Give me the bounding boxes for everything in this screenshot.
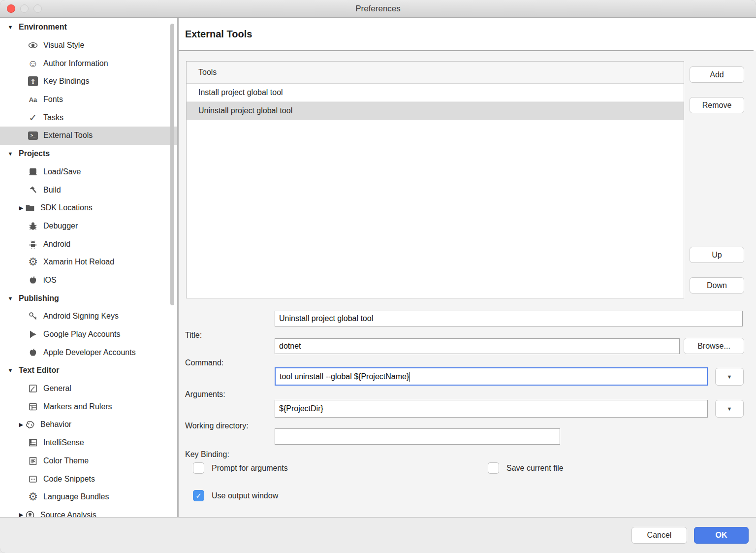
sidebar-item-language-bundles[interactable]: ⚙Language Bundles (0, 488, 177, 506)
sidebar-item-load-save[interactable]: Load/Save (0, 163, 177, 181)
browse-button[interactable]: Browse... (684, 338, 744, 354)
sidebar-item-label: Google Play Accounts (43, 330, 121, 339)
analysis-icon (25, 510, 35, 517)
sidebar-item-android-signing-keys[interactable]: Android Signing Keys (0, 307, 177, 325)
sidebar-item-markers-and-rulers[interactable]: Markers and Rulers (0, 397, 177, 416)
chevron-down-icon: ▼ (727, 406, 732, 412)
sidebar-item-label: Tasks (43, 113, 63, 122)
checked-checkbox[interactable]: ✓ (193, 490, 204, 501)
chevron-expanded-icon: ▼ (7, 295, 14, 301)
unchecked-checkbox[interactable] (488, 462, 499, 474)
sidebar-section-environment[interactable]: ▼Environment (0, 18, 177, 36)
command-field[interactable]: dotnet (275, 338, 680, 354)
brain-icon (25, 419, 35, 430)
sidebar-item-xamarin-hot-reload[interactable]: ⚙Xamarin Hot Reload (0, 253, 177, 271)
sidebar-section-label: Text Editor (19, 366, 59, 375)
sidebar-item-google-play-accounts[interactable]: Google Play Accounts (0, 325, 177, 344)
bug-icon (28, 221, 38, 231)
sidebar-item-ios[interactable]: iOS (0, 271, 177, 290)
sidebar-item-apple-developer-accounts[interactable]: Apple Developer Accounts (0, 343, 177, 361)
close-window-icon[interactable] (7, 4, 15, 13)
sidebar-item-label: Code Snippets (43, 475, 95, 484)
sidebar-item-general[interactable]: General (0, 380, 177, 398)
eye-icon (28, 40, 38, 51)
title-field[interactable]: Uninstall project global tool (275, 311, 743, 326)
sidebar-section-text-editor[interactable]: ▼Text Editor (0, 361, 177, 380)
tools-list-header: Tools (187, 62, 684, 84)
checkbox-label: Use output window (212, 491, 278, 500)
snippets-icon (28, 474, 38, 485)
key-bindings-icon: ⇧ (28, 76, 38, 87)
sidebar-item-label: Behavior (40, 420, 71, 429)
sidebar-item-label: Build (43, 186, 61, 195)
chevron-expanded-icon: ▼ (7, 151, 14, 157)
cancel-button[interactable]: Cancel (631, 527, 687, 544)
sidebar-item-author-information[interactable]: ☺Author Information (0, 54, 177, 72)
zoom-window-icon[interactable] (33, 4, 42, 13)
unchecked-checkbox[interactable] (193, 462, 204, 474)
ok-button[interactable]: OK (694, 527, 749, 544)
arguments-field[interactable]: tool uninstall --global ${ProjectName} (275, 367, 708, 386)
title-bar: Preferences (0, 0, 756, 18)
remove-button[interactable]: Remove (690, 97, 744, 113)
smiley-icon: ☺ (28, 58, 38, 69)
sidebar-item-label: Xamarin Hot Reload (43, 258, 114, 266)
working-directory-dropdown-button[interactable]: ▼ (715, 400, 744, 418)
gear-icon: ⚙ (28, 257, 38, 267)
sidebar-section-label: Projects (19, 149, 50, 158)
up-button[interactable]: Up (690, 247, 744, 263)
prompt-for-arguments-checkbox-row: Prompt for arguments (193, 462, 288, 474)
sidebar-item-intellisense[interactable]: IntelliSense (0, 434, 177, 452)
sidebar-section-label: Environment (19, 23, 67, 32)
sidebar-item-label: External Tools (43, 131, 93, 140)
fonts-icon: Aa (28, 94, 38, 105)
sidebar-item-build[interactable]: Build (0, 181, 177, 199)
preferences-window: Preferences ▼EnvironmentVisual Style☺Aut… (0, 0, 756, 553)
chevron-collapsed-icon[interactable]: ▶ (18, 512, 25, 517)
sidebar-section-projects[interactable]: ▼Projects (0, 145, 177, 163)
sidebar-item-sdk-locations[interactable]: ▶SDK Locations (0, 199, 177, 217)
sidebar-item-label: Color Theme (43, 456, 89, 465)
folder-icon (25, 202, 35, 213)
chevron-collapsed-icon[interactable]: ▶ (18, 422, 25, 428)
sidebar-item-label: Android (43, 240, 70, 249)
sidebar-item-label: Key Bindings (43, 77, 89, 86)
dialog-footer: Cancel OK (0, 517, 756, 553)
sidebar-item-code-snippets[interactable]: Code Snippets (0, 470, 177, 488)
sidebar-item-label: General (43, 384, 71, 393)
apple-icon (28, 275, 38, 286)
add-button[interactable]: Add (690, 66, 744, 83)
tool-list-item-label: Install project global tool (198, 88, 283, 97)
sidebar-item-source-analysis[interactable]: ▶Source Analysis (0, 506, 177, 517)
working-directory-field[interactable]: ${ProjectDir} (275, 400, 708, 418)
arguments-dropdown-button[interactable]: ▼ (715, 368, 744, 386)
sidebar-item-behavior[interactable]: ▶Behavior (0, 416, 177, 434)
sidebar-item-android[interactable]: Android (0, 235, 177, 253)
tool-list-item-label: Uninstall project global tool (198, 106, 292, 115)
minimize-window-icon[interactable] (20, 4, 29, 13)
tool-list-item[interactable]: Install project global tool (187, 84, 684, 102)
sidebar-item-fonts[interactable]: AaFonts (0, 91, 177, 109)
sidebar-item-debugger[interactable]: Debugger (0, 217, 177, 235)
arguments-field-label: Arguments: (185, 390, 225, 399)
sidebar-item-label: Fonts (43, 95, 63, 104)
color-theme-icon (28, 455, 38, 466)
chevron-collapsed-icon[interactable]: ▶ (18, 205, 25, 211)
text-caret (410, 372, 410, 382)
key-binding-field[interactable] (275, 428, 560, 445)
sidebar-section-publishing[interactable]: ▼Publishing (0, 289, 177, 307)
down-button[interactable]: Down (690, 277, 744, 293)
sidebar-item-visual-style[interactable]: Visual Style (0, 36, 177, 55)
sidebar-item-external-tools[interactable]: >_External Tools (0, 127, 177, 145)
sidebar-item-label: Load/Save (43, 167, 81, 176)
signing-key-icon (28, 311, 38, 322)
arguments-field-text: tool uninstall --global ${ProjectName} (280, 372, 409, 381)
sidebar-item-color-theme[interactable]: Color Theme (0, 452, 177, 470)
tool-list-item[interactable]: Uninstall project global tool (187, 102, 684, 120)
sidebar-scrollbar[interactable] (170, 24, 174, 305)
checkbox-label: Save current file (506, 464, 564, 473)
sidebar-item-tasks[interactable]: ✓Tasks (0, 108, 177, 127)
sidebar-item-label: Source Analysis (40, 511, 96, 517)
sidebar-item-key-bindings[interactable]: ⇧Key Bindings (0, 72, 177, 91)
window-title: Preferences (355, 4, 401, 14)
